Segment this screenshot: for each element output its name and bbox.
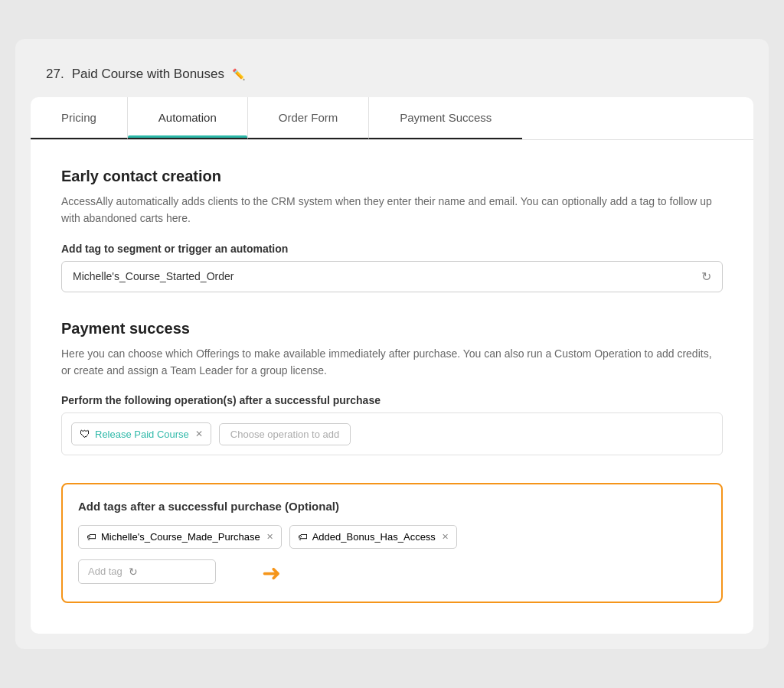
early-contact-desc: AccessAlly automatically adds clients to… — [61, 193, 723, 227]
add-tag-refresh-icon[interactable]: ↻ — [129, 566, 138, 578]
tag-icon-1: 🏷 — [87, 531, 96, 543]
tag-has-access: 🏷 Added_Bonus_Has_Access ✕ — [289, 525, 457, 549]
tab-payment-success[interactable]: Payment Success — [369, 97, 522, 139]
remove-tag-1-button[interactable]: ✕ — [266, 532, 273, 542]
add-tag-placeholder: Add tag — [88, 566, 122, 577]
arrow-indicator: ➜ — [262, 559, 281, 586]
add-tag-input[interactable]: Add tag ↻ — [78, 559, 216, 584]
optional-tags-box: Add tags after a successful purchase (Op… — [61, 483, 723, 603]
tab-bar: Pricing Automation Order Form Payment Su… — [31, 97, 753, 140]
tag-label-1: Michelle's_Course_Made_Purchase — [101, 531, 260, 543]
tag-label-2: Added_Bonus_Has_Access — [312, 531, 436, 543]
operation-label: Release Paid Course — [95, 429, 189, 440]
add-operation-button[interactable]: Choose operation to add — [219, 423, 351, 445]
operation-release-paid-course: 🛡 Release Paid Course ✕ — [71, 422, 211, 445]
payment-success-title: Payment success — [61, 320, 723, 337]
tag-segment-select[interactable]: Michelle's_Course_Started_Order ↻ — [61, 261, 723, 292]
shield-icon: 🛡 — [80, 428, 90, 440]
operations-label: Perform the following operation(s) after… — [61, 394, 723, 406]
tab-order-form[interactable]: Order Form — [248, 97, 370, 139]
page-title: Paid Course with Bonuses — [72, 67, 224, 82]
refresh-icon[interactable]: ↻ — [701, 269, 711, 284]
tag-made-purchase: 🏷 Michelle's_Course_Made_Purchase ✕ — [78, 525, 282, 549]
main-card: Pricing Automation Order Form Payment Su… — [31, 97, 753, 634]
tab-pricing[interactable]: Pricing — [31, 97, 128, 139]
tags-area: 🏷 Michelle's_Course_Made_Purchase ✕ 🏷 Ad… — [78, 525, 706, 549]
early-contact-title: Early contact creation — [61, 168, 723, 185]
step-number: 27. — [46, 67, 64, 82]
tag-segment-value: Michelle's_Course_Started_Order — [73, 270, 234, 282]
edit-icon[interactable]: ✏️ — [232, 68, 245, 80]
tab-content: Early contact creation AccessAlly automa… — [31, 140, 753, 634]
page-container: 27. Paid Course with Bonuses ✏️ Pricing … — [15, 39, 769, 650]
tag-icon-2: 🏷 — [298, 531, 308, 543]
tag-field-label: Add tag to segment or trigger an automat… — [61, 243, 723, 255]
payment-success-desc: Here you can choose which Offerings to m… — [61, 345, 723, 380]
tab-automation[interactable]: Automation — [128, 97, 248, 139]
optional-tags-title: Add tags after a successful purchase (Op… — [78, 500, 706, 513]
remove-tag-2-button[interactable]: ✕ — [442, 532, 449, 542]
remove-operation-button[interactable]: ✕ — [195, 429, 203, 439]
payment-success-section: Payment success Here you can choose whic… — [61, 320, 723, 456]
page-header: 27. Paid Course with Bonuses ✏️ — [31, 54, 753, 94]
operations-row: 🛡 Release Paid Course ✕ Choose operation… — [61, 412, 723, 455]
early-contact-section: Early contact creation AccessAlly automa… — [61, 168, 723, 292]
